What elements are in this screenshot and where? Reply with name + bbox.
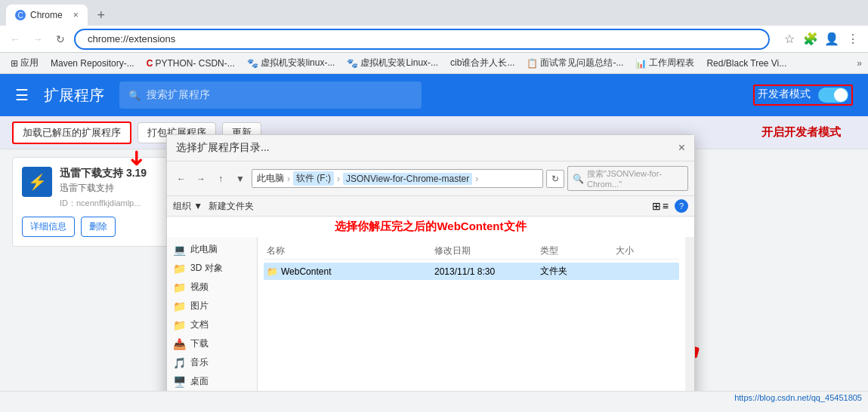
sidebar-3d-label: 3D 对象: [190, 262, 223, 275]
col-type: 类型: [540, 244, 616, 257]
new-tab-button[interactable]: +: [91, 5, 112, 26]
bc-sep3: ›: [475, 174, 478, 184]
sidebar-item-desktop[interactable]: 🖥️ 桌面: [167, 372, 257, 391]
toggle-knob: [834, 88, 848, 102]
back-button[interactable]: ←: [6, 30, 24, 48]
tab-favicon: C: [15, 10, 26, 20]
sidebar-item-video[interactable]: 📁 视频: [167, 278, 257, 297]
col-size: 大小: [616, 244, 676, 257]
computer-icon: 💻: [173, 244, 186, 256]
bookmark-rbtree[interactable]: Red/Black Tree Vi...: [702, 57, 791, 70]
sidebar-item-documents[interactable]: 📁 文档: [167, 315, 257, 334]
user-icon[interactable]: 👤: [823, 30, 841, 48]
forward-button[interactable]: →: [29, 30, 47, 48]
file-row-webcontent[interactable]: 📁 WebContent 2013/11/1 8:30 文件夹: [264, 263, 679, 280]
active-tab[interactable]: C Chrome ×: [6, 5, 88, 26]
bookmark-maven-label: Maven Repository-...: [51, 58, 134, 69]
bc-computer: 此电脑: [257, 172, 284, 185]
extensions-title: 扩展程序: [44, 85, 104, 106]
sidebar-music-label: 音乐: [190, 356, 209, 369]
bookmark-vm1[interactable]: 🐾 虚拟机安装linux-...: [242, 55, 340, 71]
apps-grid-icon: ⊞: [11, 58, 18, 69]
scrollbar[interactable]: [685, 237, 694, 391]
bookmark-schedule[interactable]: 📊 工作周程表: [631, 55, 699, 71]
dialog-search-field[interactable]: 🔍 搜索"JSONView-for-Chrom...": [567, 166, 688, 191]
file-area: 名称 修改日期 类型 大小 📁 WebContent 2013/11/1 8:3…: [258, 237, 685, 391]
sidebar-item-computer[interactable]: 💻 此电脑: [167, 240, 257, 259]
desktop-folder-icon: 🖥️: [173, 376, 186, 388]
search-placeholder-text: 搜索扩展程序: [147, 88, 210, 102]
sidebar-item-downloads[interactable]: 📥 下载: [167, 334, 257, 353]
bookmark-cib-label: cib谁合并人长...: [450, 57, 514, 69]
organize-label: 组织 ▼: [173, 200, 202, 213]
bookmark-maven[interactable]: Maven Repository-...: [46, 57, 139, 70]
bookmark-icon[interactable]: ☆: [780, 30, 798, 48]
sidebar-downloads-label: 下载: [190, 337, 209, 350]
bookmark-vm2[interactable]: 🐾 虚拟机安装Linux-...: [342, 55, 443, 71]
url-bar[interactable]: chrome://extensions: [74, 29, 770, 50]
sidebar-item-music[interactable]: 🎵 音乐: [167, 353, 257, 372]
extension-puzzle-icon[interactable]: 🧩: [802, 30, 820, 48]
refresh-button[interactable]: ↻: [546, 170, 564, 188]
search-icon: 🔍: [128, 90, 141, 101]
bookmarks-more-icon[interactable]: »: [857, 58, 862, 69]
ext-icon: ⚡: [22, 167, 52, 197]
breadcrumb-bar[interactable]: 此电脑 › 软件 (F:) › JSONView-for-Chrome-mast…: [252, 169, 543, 188]
dialog-back-button[interactable]: ←: [173, 171, 190, 187]
dialog-search-text: 搜索"JSONView-for-Chrom...": [587, 168, 683, 189]
bookmark-cib[interactable]: cib谁合并人长...: [446, 55, 519, 71]
bookmark-schedule-label: 工作周程表: [649, 57, 694, 69]
menu-icon[interactable]: ⋮: [844, 30, 862, 48]
bc-drive: 软件 (F:): [293, 171, 334, 186]
video-folder-icon: 📁: [173, 281, 186, 294]
bookmark-interview[interactable]: 📋 面试常见问题总结-...: [522, 55, 628, 71]
details-button[interactable]: 详细信息: [22, 217, 75, 237]
delete-button[interactable]: 删除: [81, 217, 116, 237]
organize-button[interactable]: 组织 ▼: [173, 200, 202, 213]
sidebar-item-pictures[interactable]: 📁 图片: [167, 297, 257, 315]
bookmark-python[interactable]: C PYTHON- CSDN-...: [142, 57, 239, 70]
bookmark-interview-icon: 📋: [527, 58, 538, 69]
bookmark-vm1-label: 虚拟机安装linux-...: [261, 57, 335, 69]
view-icon-grid[interactable]: ⊞: [652, 200, 661, 212]
bc-sep2: ›: [337, 174, 340, 184]
new-folder-button[interactable]: 新建文件夹: [209, 200, 254, 213]
documents-folder-icon: 📁: [173, 319, 186, 331]
sidebar-desktop-label: 桌面: [190, 375, 209, 388]
help-icon[interactable]: ?: [675, 199, 688, 213]
dialog-up-button[interactable]: ↑: [212, 171, 229, 187]
webcontent-name: WebContent: [281, 266, 332, 277]
page-wrapper: ☰ 扩展程序 🔍 搜索扩展程序 开发者模式 加载已解压的扩展程序 打包扩展程序 …: [0, 74, 868, 391]
apps-label: 应用: [20, 57, 39, 69]
hamburger-menu-icon[interactable]: ☰: [15, 86, 29, 104]
developer-mode-label: 开发者模式: [758, 88, 811, 100]
developer-mode-toggle[interactable]: [818, 88, 848, 103]
dialog-title: 选择扩展程序目录...: [176, 141, 678, 155]
tab-close-icon[interactable]: ×: [73, 10, 79, 20]
sidebar-item-3d[interactable]: 📁 3D 对象: [167, 259, 257, 278]
pictures-folder-icon: 📁: [173, 300, 186, 312]
developer-mode-section: 开发者模式: [753, 85, 853, 106]
dev-open-label: 开启开发者模式: [761, 125, 856, 140]
webcontent-type: 文件夹: [540, 265, 616, 278]
file-name-cell: 📁 WebContent: [267, 266, 434, 277]
file-header: 名称 修改日期 类型 大小: [264, 243, 679, 260]
dialog-close-button[interactable]: ×: [678, 141, 685, 155]
reload-button[interactable]: ↻: [51, 30, 70, 48]
dialog-forward-button[interactable]: →: [193, 171, 209, 187]
bookmarks-apps[interactable]: ⊞ 应用: [6, 55, 43, 71]
bookmark-interview-label: 面试常见问题总结-...: [540, 57, 623, 69]
dialog-recent-button[interactable]: ▼: [232, 171, 249, 187]
col-name: 名称: [267, 244, 434, 257]
music-folder-icon: 🎵: [173, 357, 186, 369]
bookmark-python-label: PYTHON- CSDN-...: [155, 58, 234, 69]
view-icons: ⊞ ≡: [652, 200, 669, 212]
webcontent-date: 2013/11/1 8:30: [434, 266, 540, 277]
load-unpacked-button[interactable]: 加载已解压的扩展程序: [14, 123, 130, 143]
sidebar-pictures-label: 图片: [190, 300, 209, 312]
extensions-search-bar[interactable]: 🔍 搜索扩展程序: [119, 81, 422, 109]
file-browser: 💻 此电脑 📁 3D 对象 📁 视频 📁 图片 📁 文档: [167, 237, 694, 391]
load-unpacked-wrapper: 加载已解压的扩展程序: [12, 121, 131, 144]
bookmarks-bar: ⊞ 应用 Maven Repository-... C PYTHON- CSDN…: [0, 53, 868, 74]
view-icon-list[interactable]: ≡: [663, 200, 669, 212]
